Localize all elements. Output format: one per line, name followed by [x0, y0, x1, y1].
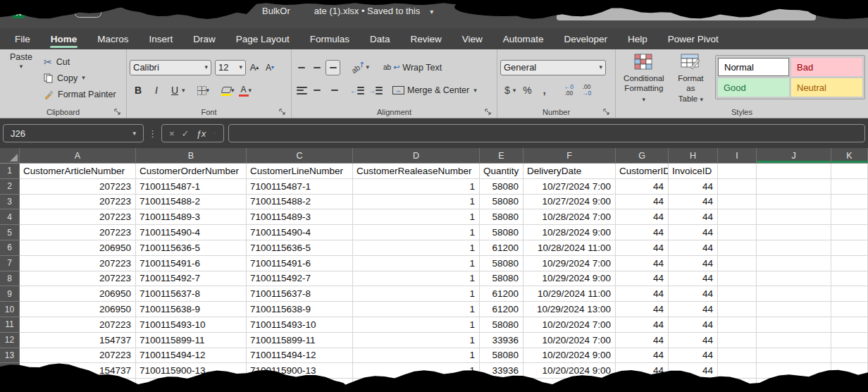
cell-G12[interactable]: 44 — [616, 333, 669, 348]
cell-C12[interactable]: 7100115899-11 — [247, 333, 353, 348]
cell-K1[interactable] — [831, 164, 868, 179]
cell-C9[interactable]: 7100115637-8 — [247, 286, 353, 302]
cell-C8[interactable]: 7100115492-7 — [247, 271, 353, 287]
cell-C1[interactable]: CustomerLineNumber — [247, 164, 353, 179]
decrease-font-size-button[interactable]: A▾ — [263, 60, 277, 75]
bottom-align-button[interactable] — [326, 60, 340, 75]
cell-D6[interactable]: 1 — [353, 240, 480, 256]
row-header-11[interactable]: 11 — [0, 317, 20, 333]
cell-H10[interactable]: 44 — [669, 302, 718, 317]
ribbon-tab-help[interactable]: Help — [627, 31, 648, 47]
number-format-combo[interactable]: General ▾ — [500, 60, 606, 75]
align-right-button[interactable] — [326, 82, 340, 98]
insert-function-button[interactable]: ƒx — [197, 128, 206, 139]
cell-F[interactable] — [523, 379, 616, 392]
cell-F8[interactable]: 10/29/2024 9:00 — [523, 271, 616, 287]
cell-G10[interactable]: 44 — [616, 302, 669, 317]
cell-A6[interactable]: 206950 — [20, 240, 136, 256]
cell-A13[interactable]: 207223 — [20, 348, 136, 364]
clipboard-dialog-launcher-icon[interactable] — [114, 109, 121, 116]
cell-D7[interactable]: 1 — [353, 256, 480, 271]
cell-C13[interactable]: 7100115494-12 — [247, 348, 353, 364]
cell-G3[interactable]: 44 — [616, 195, 669, 210]
cell-I5[interactable] — [718, 225, 757, 240]
cell-B14[interactable]: 7100115900-13 — [136, 363, 247, 379]
cell-D1[interactable]: CustomerRealeaseNumber — [353, 164, 480, 179]
cell-F5[interactable]: 10/28/2024 9:00 — [523, 225, 616, 240]
cell-J5[interactable] — [757, 225, 831, 240]
enter-button[interactable]: ✓ — [182, 128, 190, 139]
font-color-button[interactable]: A ▾ — [237, 82, 254, 98]
cell-D10[interactable]: 1 — [353, 302, 480, 317]
format-painter-button[interactable]: Format Painter — [44, 87, 116, 102]
cell-style-good[interactable]: Good — [718, 78, 789, 97]
top-align-button[interactable] — [294, 60, 309, 75]
cell-K13[interactable] — [831, 348, 868, 364]
cell-F1[interactable]: DeliveryDate — [523, 164, 616, 179]
cell-H8[interactable]: 44 — [669, 271, 718, 287]
cell-H7[interactable]: 44 — [669, 256, 718, 271]
row-header-9[interactable]: 9 — [0, 286, 20, 302]
cell-style-bad[interactable]: Bad — [791, 58, 862, 76]
cell-B7[interactable]: 7100115491-6 — [136, 256, 247, 271]
ribbon-tab-automate[interactable]: Automate — [502, 31, 545, 47]
cell-E10[interactable]: 61200 — [480, 302, 523, 317]
cell-A1[interactable]: CustomerArticleNumber — [20, 164, 136, 179]
search-box[interactable] — [557, 4, 816, 20]
ribbon-tab-home[interactable]: Home — [50, 31, 78, 47]
cut-button[interactable]: ✂ Cut — [44, 54, 116, 70]
cell-J9[interactable] — [757, 286, 831, 302]
merge-center-button[interactable]: ↔ Merge & Center ▾ — [391, 82, 478, 98]
column-header-I[interactable]: I — [718, 148, 757, 164]
ribbon-tab-power-pivot[interactable]: Power Pivot — [667, 31, 719, 47]
cell-B2[interactable]: 7100115487-1 — [136, 179, 247, 195]
cell-J8[interactable] — [757, 271, 831, 287]
decrease-indent-button[interactable]: ← — [349, 82, 366, 98]
row-header[interactable] — [0, 379, 20, 392]
cell-style-neutral[interactable]: Neutral — [791, 78, 862, 97]
cell-B6[interactable]: 7100115636-5 — [136, 240, 247, 256]
cell-H11[interactable]: 44 — [669, 317, 718, 333]
cell-B10[interactable]: 7100115638-9 — [136, 302, 247, 317]
alignment-dialog-launcher-icon[interactable] — [485, 109, 492, 116]
cell-A5[interactable]: 207223 — [20, 225, 136, 240]
cell-E[interactable] — [480, 379, 523, 392]
autosave-toggle[interactable] — [75, 8, 101, 18]
cell-J6[interactable] — [757, 240, 831, 256]
cell-E8[interactable]: 58080 — [480, 271, 523, 287]
ribbon-tab-formulas[interactable]: Formulas — [309, 31, 350, 47]
column-header-D[interactable]: D — [353, 148, 480, 164]
cell-H2[interactable]: 44 — [669, 179, 718, 195]
cell-I4[interactable] — [718, 209, 757, 225]
ribbon-tab-file[interactable]: File — [14, 31, 31, 47]
cell-H4[interactable]: 44 — [669, 209, 718, 225]
cell-E4[interactable]: 58080 — [480, 209, 523, 225]
cell-H5[interactable]: 44 — [669, 225, 718, 240]
cell-D2[interactable]: 1 — [353, 179, 480, 195]
cell-D13[interactable]: 1 — [353, 348, 480, 364]
cell-G2[interactable]: 44 — [616, 179, 669, 195]
cell-C4[interactable]: 7100115489-3 — [247, 209, 353, 225]
percent-style-button[interactable]: % — [519, 82, 535, 98]
cell-I14[interactable] — [718, 363, 757, 379]
copy-button[interactable]: Copy ▾ — [44, 71, 116, 86]
cell-J3[interactable] — [757, 195, 831, 210]
cell-I10[interactable] — [718, 302, 757, 317]
cell-H1[interactable]: InvoiceID — [669, 164, 718, 179]
cell-B4[interactable]: 7100115489-3 — [136, 209, 247, 225]
cell-B5[interactable]: 7100115490-4 — [136, 225, 247, 240]
cell-A7[interactable]: 207223 — [20, 256, 136, 271]
select-all-corner[interactable] — [0, 148, 20, 164]
cell-A8[interactable]: 207223 — [20, 271, 136, 287]
cell-E11[interactable]: 58080 — [480, 317, 523, 333]
cell-E13[interactable]: 58080 — [480, 348, 523, 364]
cell-E5[interactable]: 58080 — [480, 225, 523, 240]
column-header-H[interactable]: H — [669, 148, 718, 164]
cell-G7[interactable]: 44 — [616, 256, 669, 271]
cell-J13[interactable] — [757, 348, 831, 364]
row-header-5[interactable]: 5 — [0, 225, 20, 240]
cell-K6[interactable] — [831, 240, 868, 256]
cell-H6[interactable]: 44 — [669, 240, 718, 256]
cancel-button[interactable]: × — [169, 128, 175, 139]
cell-I11[interactable] — [718, 317, 757, 333]
